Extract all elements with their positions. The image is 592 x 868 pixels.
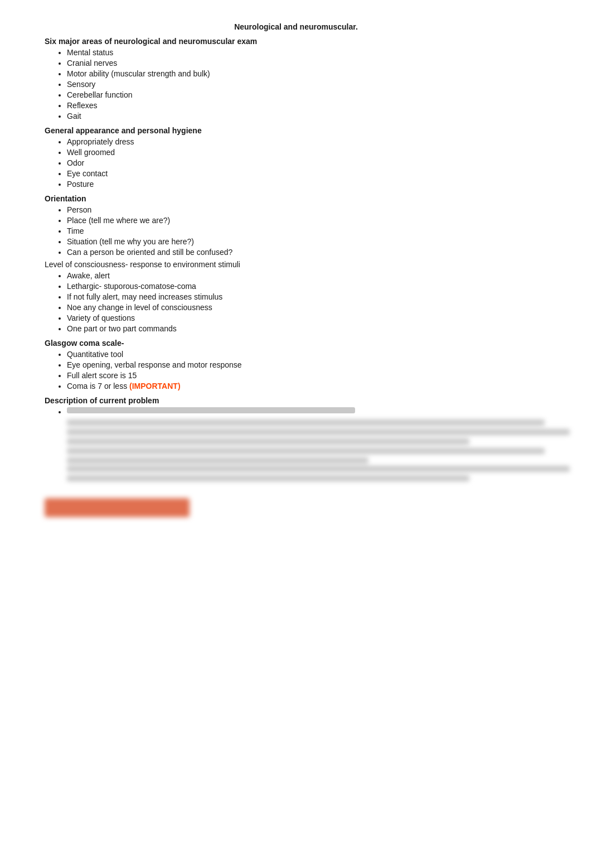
list-item: Awake, alert bbox=[67, 271, 547, 280]
list-item: Sensory bbox=[67, 80, 547, 89]
list-item: Situation (tell me why you are here?) bbox=[67, 237, 547, 246]
section2-list: Appropriately dress Well groomed Odor Ey… bbox=[45, 137, 547, 189]
list-item: Noe any change in level of consciousness bbox=[67, 303, 547, 312]
list-item: Well groomed bbox=[67, 148, 547, 157]
list-item: Variety of questions bbox=[67, 314, 547, 322]
list-item: Lethargic- stuporous-comatose-coma bbox=[67, 282, 547, 291]
blurred-content bbox=[45, 419, 547, 481]
list-item: Gait bbox=[67, 112, 547, 120]
list-item: Motor ability (muscular strength and bul… bbox=[67, 69, 547, 78]
list-item: Person bbox=[67, 205, 547, 214]
list-item: Place (tell me where we are?) bbox=[67, 216, 547, 225]
section6-heading: Description of current problem bbox=[45, 396, 547, 405]
section4-list: Awake, alert Lethargic- stuporous-comato… bbox=[45, 271, 547, 333]
section1-heading: Six major areas of neurological and neur… bbox=[45, 37, 547, 46]
list-item: One part or two part commands bbox=[67, 324, 547, 333]
list-item: Mental status bbox=[67, 48, 547, 57]
section3-heading: Orientation bbox=[45, 194, 547, 203]
important-label: (IMPORTANT) bbox=[129, 382, 181, 390]
list-item: Eye contact bbox=[67, 169, 547, 178]
level-consciousness-intro: Level of consciousness- response to envi… bbox=[45, 260, 547, 269]
page-title: Neurological and neuromuscular. bbox=[45, 22, 547, 31]
list-item: Odor bbox=[67, 158, 547, 167]
section1-list: Mental status Cranial nerves Motor abili… bbox=[45, 48, 547, 120]
list-item: Can a person be oriented and still be co… bbox=[67, 248, 547, 257]
list-item-blurred bbox=[67, 407, 547, 416]
list-item: Coma is 7 or less (IMPORTANT) bbox=[67, 382, 547, 390]
section5-heading: Glasgow coma scale- bbox=[45, 339, 547, 348]
list-item: Eye opening, verbal response and motor r… bbox=[67, 360, 547, 369]
section2-heading: General appearance and personal hygiene bbox=[45, 126, 547, 135]
list-item: Time bbox=[67, 226, 547, 235]
section6-list bbox=[45, 407, 547, 416]
list-item: Full alert score is 15 bbox=[67, 371, 547, 380]
list-item: Quantitative tool bbox=[67, 350, 547, 359]
list-item: Cranial nerves bbox=[67, 59, 547, 67]
list-item: Cerebellar function bbox=[67, 90, 547, 99]
list-item: Appropriately dress bbox=[67, 137, 547, 146]
list-item: If not fully alert, may need increases s… bbox=[67, 292, 547, 301]
section5-list: Quantitative tool Eye opening, verbal re… bbox=[45, 350, 547, 390]
section3-list: Person Place (tell me where we are?) Tim… bbox=[45, 205, 547, 257]
list-item: Posture bbox=[67, 180, 547, 189]
footer-blurred: continuing from PT or PT bbox=[45, 498, 190, 517]
list-item: Reflexes bbox=[67, 101, 547, 110]
